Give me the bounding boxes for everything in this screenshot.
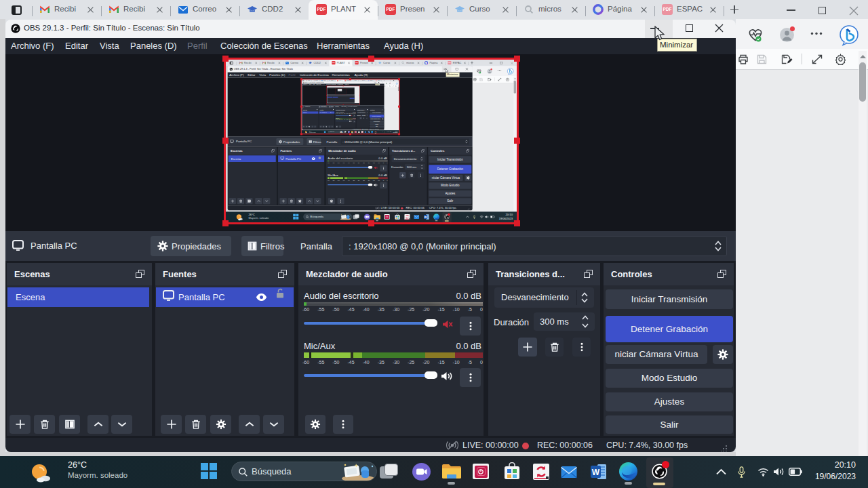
svg-text:W: W xyxy=(592,468,600,477)
